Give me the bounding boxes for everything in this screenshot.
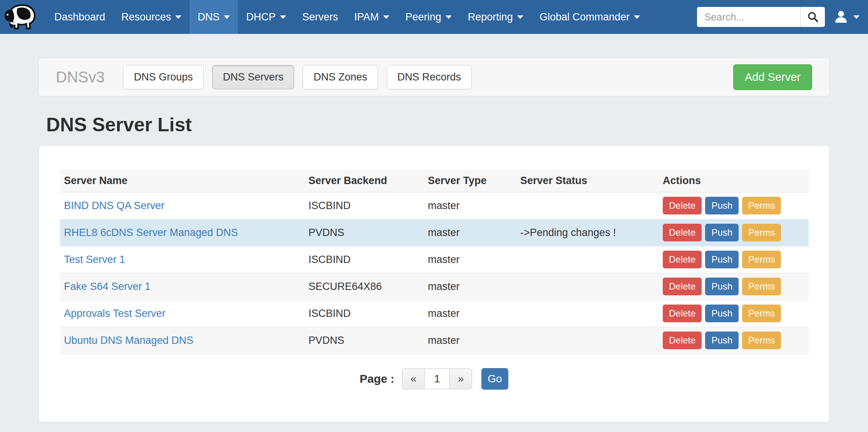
col-server-backend: Server Backend <box>305 170 424 192</box>
perms-button[interactable]: Perms <box>742 332 781 349</box>
mammoth-icon <box>2 3 39 31</box>
tab-dns-servers[interactable]: DNS Servers <box>212 65 295 89</box>
dnsv3-label: DNSv3 <box>56 69 105 86</box>
server-type-cell: master <box>424 246 516 273</box>
search-input[interactable] <box>697 7 800 27</box>
pagination: Page : « » Go <box>60 368 808 390</box>
perms-button[interactable]: Perms <box>742 197 781 214</box>
page-title: DNS Server List <box>39 114 829 136</box>
chevron-down-icon <box>280 15 286 19</box>
push-button[interactable]: Push <box>705 332 739 349</box>
table-row: Fake S64 Server 1 SECURE64X86 master Del… <box>60 273 809 300</box>
push-button[interactable]: Push <box>705 305 739 322</box>
pager-group: « » <box>402 368 472 389</box>
perms-button[interactable]: Perms <box>742 305 781 322</box>
delete-button[interactable]: Delete <box>663 278 702 295</box>
server-type-cell: master <box>424 219 516 246</box>
tab-dns-groups[interactable]: DNS Groups <box>123 65 204 89</box>
table-row: Ubuntu DNS Managed DNS PVDNS master Dele… <box>60 327 809 354</box>
page-label: Page : <box>360 372 394 385</box>
chevron-down-icon <box>383 15 389 19</box>
search-button[interactable] <box>800 7 825 27</box>
server-status-cell <box>516 327 659 354</box>
delete-button[interactable]: Delete <box>663 305 702 322</box>
nav-servers[interactable]: Servers <box>294 0 346 34</box>
delete-button[interactable]: Delete <box>663 224 702 241</box>
add-server-button[interactable]: Add Server <box>733 64 812 90</box>
push-button[interactable]: Push <box>705 224 739 241</box>
chevron-down-icon <box>517 15 523 19</box>
col-server-name: Server Name <box>60 170 305 192</box>
server-name-link[interactable]: Fake S64 Server 1 <box>64 281 151 292</box>
chevron-down-icon <box>853 15 860 19</box>
server-backend-cell: ISCBIND <box>305 246 424 273</box>
server-status-cell <box>516 273 659 300</box>
nav-global-commander-label: Global Commander <box>540 11 630 23</box>
nav-global-commander[interactable]: Global Commander <box>531 0 648 34</box>
user-menu[interactable] <box>833 9 860 25</box>
push-button[interactable]: Push <box>705 251 739 268</box>
perms-button[interactable]: Perms <box>742 278 781 295</box>
nav-dns[interactable]: DNS <box>189 0 238 34</box>
prev-page-button[interactable]: « <box>402 368 424 389</box>
search-group <box>697 7 825 27</box>
tab-dns-records[interactable]: DNS Records <box>387 65 472 89</box>
go-button[interactable]: Go <box>481 368 508 390</box>
row-actions: Delete Push Perms <box>663 305 805 322</box>
server-backend-cell: PVDNS <box>305 219 424 246</box>
top-navbar: Dashboard Resources DNS DHCP Servers IPA… <box>0 0 868 34</box>
server-backend-cell: ISCBIND <box>305 192 424 219</box>
server-status-cell: ->Pending changes ! <box>516 219 659 246</box>
nav-peering-label: Peering <box>406 11 441 23</box>
delete-button[interactable]: Delete <box>663 197 702 214</box>
nav-servers-label: Servers <box>302 11 338 23</box>
delete-button[interactable]: Delete <box>663 251 702 268</box>
chevron-down-icon <box>446 15 452 19</box>
chevron-down-icon <box>634 15 640 19</box>
main-content: DNSv3 DNS Groups DNS Servers DNS Zones D… <box>39 58 829 422</box>
user-icon <box>833 9 849 25</box>
server-name-link[interactable]: Ubuntu DNS Managed DNS <box>64 335 193 346</box>
server-backend-cell: ISCBIND <box>305 300 424 327</box>
nav-peering[interactable]: Peering <box>397 0 460 34</box>
server-backend-cell: SECURE64X86 <box>305 273 424 300</box>
page-number-input[interactable] <box>424 368 450 389</box>
next-page-button[interactable]: » <box>450 368 472 389</box>
server-type-cell: master <box>424 192 516 219</box>
delete-button[interactable]: Delete <box>663 332 702 349</box>
nav-resources[interactable]: Resources <box>113 0 189 34</box>
row-actions: Delete Push Perms <box>663 197 805 214</box>
perms-button[interactable]: Perms <box>742 251 781 268</box>
server-status-cell <box>516 246 659 273</box>
table-row: Test Server 1 ISCBIND master Delete Push… <box>60 246 809 273</box>
server-name-link[interactable]: Test Server 1 <box>64 254 125 265</box>
server-status-cell <box>516 192 659 219</box>
dns-tab-group: DNS Groups DNS Servers DNS Zones DNS Rec… <box>123 65 472 89</box>
chevron-down-icon <box>175 15 181 19</box>
table-header-row: Server Name Server Backend Server Type S… <box>60 170 809 192</box>
nav-reporting[interactable]: Reporting <box>460 0 531 34</box>
dnsv3-toolbar: DNSv3 DNS Groups DNS Servers DNS Zones D… <box>39 58 829 96</box>
nav-ipam-label: IPAM <box>354 11 379 23</box>
perms-button[interactable]: Perms <box>742 224 781 241</box>
server-type-cell: master <box>424 273 516 300</box>
nav-dhcp[interactable]: DHCP <box>238 0 294 34</box>
push-button[interactable]: Push <box>705 197 739 214</box>
row-actions: Delete Push Perms <box>663 332 805 349</box>
nav-dashboard-label: Dashboard <box>54 11 105 23</box>
provision-mammoth-logo[interactable] <box>0 0 41 34</box>
tab-dns-zones[interactable]: DNS Zones <box>303 65 378 89</box>
table-row: BIND DNS QA Server ISCBIND master Delete… <box>60 192 809 219</box>
server-name-link[interactable]: BIND DNS QA Server <box>64 200 164 211</box>
nav-ipam[interactable]: IPAM <box>346 0 397 34</box>
nav-dashboard[interactable]: Dashboard <box>46 0 113 34</box>
row-actions: Delete Push Perms <box>663 224 805 241</box>
server-name-link[interactable]: Approvals Test Server <box>64 308 166 319</box>
row-actions: Delete Push Perms <box>663 251 805 268</box>
col-server-status: Server Status <box>516 170 659 192</box>
main-nav: Dashboard Resources DNS DHCP Servers IPA… <box>46 0 648 34</box>
col-server-type: Server Type <box>424 170 516 192</box>
push-button[interactable]: Push <box>705 278 739 295</box>
server-name-link[interactable]: RHEL8 6cDNS Server Managed DNS <box>64 227 238 238</box>
nav-dhcp-label: DHCP <box>246 11 276 23</box>
